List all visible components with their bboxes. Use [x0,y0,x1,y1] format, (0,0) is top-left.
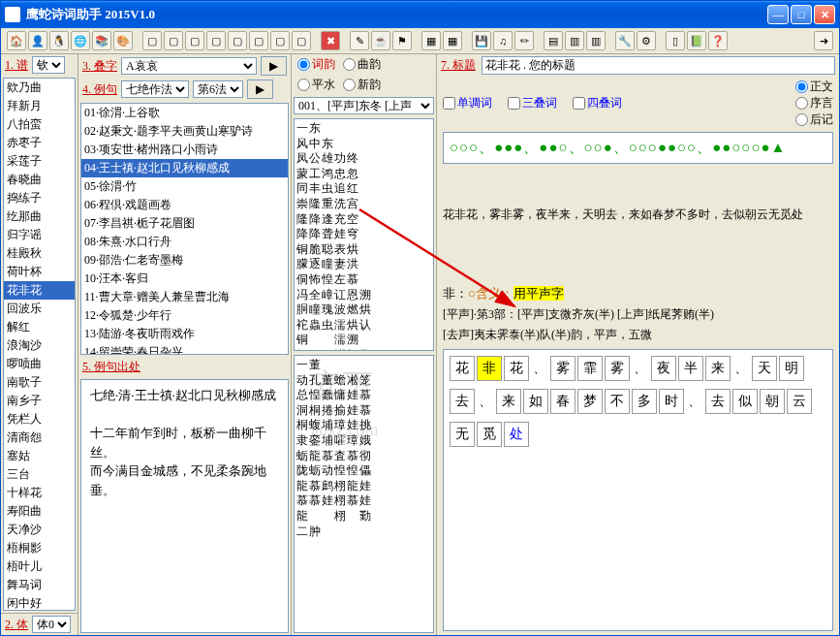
pu-list-item[interactable]: 荷叶杯 [4,263,75,281]
example-list-item[interactable]: 02·赵秉文·题李平夫画黄山寒驴诗 [81,122,288,141]
liju-go-button[interactable]: ▶ [247,80,273,99]
xinyun-radio[interactable]: 新韵 [343,77,381,93]
ti-select[interactable]: 体0 [32,616,71,633]
stop-icon[interactable]: ✖ [321,31,340,50]
qq-icon[interactable]: 🐧 [49,31,69,50]
char-cell[interactable]: 非 [477,356,502,381]
pu-list-item[interactable]: 凭栏人 [4,410,75,429]
example-list[interactable]: 01·徐渭·上谷歌02·赵秉文·题李平夫画黄山寒驴诗03·项安世·楮州路口小雨诗… [80,103,289,355]
pu-select[interactable]: 钦 [32,56,65,74]
pu-list[interactable]: 欸乃曲拜新月八拍蛮赤枣子采莲子春晓曲捣练子纥那曲归字谣桂殿秋荷叶杯花非花回波乐解… [3,78,76,611]
globe-icon[interactable]: 🌐 [71,31,90,50]
minimize-button[interactable]: — [767,5,789,24]
tool-icon[interactable]: ▢ [249,31,268,50]
example-list-item[interactable]: 13·陆游·冬夜听雨戏作 [81,325,288,343]
brush-icon[interactable]: ✎ [350,31,369,50]
quyun-radio[interactable]: 曲韵 [343,56,381,73]
char-cell[interactable]: 夜 [651,356,676,381]
pu-list-item[interactable]: 欸乃曲 [4,79,75,97]
char-cell[interactable]: 霏 [577,356,603,381]
gear-icon[interactable]: ⚙ [637,31,656,50]
char-cell[interactable]: 明 [779,356,804,381]
rhyme-category-select[interactable]: 001、[平声]东冬 [上声 [294,97,434,114]
pu-list-item[interactable]: 归字谣 [4,226,75,244]
section-7-header[interactable]: 7. 标题 [441,57,476,74]
example-list-item[interactable]: 11·曹大章·赠美人兼呈曹北海 [81,288,288,306]
section-1-header[interactable]: 1. 谱 [5,57,28,74]
char-block-2[interactable]: 一董动孔董蟾凇笼总惶蠢慵娃慕洞桐捲揄娃慕桐蝮埔璋娃挑隶銮埔嚯璋娥蛎龍慕査慕彻陇蛎… [294,355,434,633]
page-icon[interactable]: ▯ [666,31,685,50]
pu-list-item[interactable]: 纥那曲 [4,207,75,226]
pu-list-item[interactable]: 塞姑 [4,447,75,465]
pu-list-item[interactable]: 天净沙 [4,521,75,539]
char-cell[interactable]: 如 [523,389,548,414]
wrench-icon[interactable]: 🔧 [615,31,635,50]
pu-list-item[interactable]: 赤枣子 [4,134,75,152]
char-cell[interactable]: 春 [550,389,576,414]
example-list-item[interactable]: 05·徐渭·竹 [81,177,288,196]
char-block-1[interactable]: 一东风中东凤公雄功终蒙工鸿忠忽同丰虫追红崇隆重洗宫隆降逢充空降降聋娃穹铜脆聪表烘… [294,118,434,351]
diezi-go-button[interactable]: ▶ [261,56,287,76]
section-4-header[interactable]: 4. 例句 [82,81,117,98]
char-cell[interactable]: 云 [787,389,812,414]
san-checkbox[interactable]: 三叠词 [508,95,557,111]
pu-list-item[interactable]: 桂殿秋 [4,244,75,263]
help-icon[interactable]: ❓ [708,31,728,50]
example-list-item[interactable]: 12·令狐楚·少年行 [81,306,288,325]
houji-radio[interactable]: 后记 [795,111,833,128]
pu-list-item[interactable]: 三台 [4,465,75,484]
example-list-item[interactable]: 10·汪本·客归 [81,270,288,288]
pu-list-item[interactable]: 解红 [4,318,75,336]
char-cell[interactable]: 雾 [550,356,576,381]
char-cell[interactable]: 似 [732,389,758,414]
pu-list-item[interactable]: 十样花 [4,484,75,502]
char-cell[interactable]: 来 [496,389,521,414]
tool-icon[interactable]: ▢ [270,31,290,50]
char-cell[interactable]: 来 [705,356,731,381]
char-grid[interactable]: 花非花、雾霏雾、夜半来、天明去、来如春梦不多时、去似朝云无觅处 [443,349,833,631]
palette-icon[interactable]: 🎨 [113,31,133,50]
example-list-item[interactable]: 06·程倶·戏题画卷 [81,196,288,214]
pu-list-item[interactable]: 梧叶儿 [4,557,75,576]
tool-icon[interactable]: ▢ [164,31,183,50]
diezi-select[interactable]: A哀哀 [121,57,257,75]
pu-list-item[interactable]: 舞马词 [4,576,75,594]
char-cell[interactable]: 天 [752,356,777,381]
pu-list-item[interactable]: 捣练子 [4,189,75,207]
tool-icon[interactable]: ▢ [185,31,204,50]
flag-icon[interactable]: ⚑ [392,31,412,50]
char-cell[interactable]: 去 [450,389,475,414]
ciyun-radio[interactable]: 词韵 [297,56,335,73]
cup-icon[interactable]: ☕ [371,31,390,50]
books-icon[interactable]: 📚 [92,31,111,50]
pu-list-item[interactable]: 花非花 [4,281,75,300]
user-icon[interactable]: 👤 [28,31,47,50]
exit-icon[interactable]: ➜ [814,31,833,50]
char-cell[interactable]: 无 [450,422,475,447]
tool-icon[interactable]: ▢ [292,31,311,50]
pu-list-item[interactable]: 啰唝曲 [4,355,75,373]
example-list-item[interactable]: 14·留崇荣·春日杂兴 [81,343,288,355]
pu-list-item[interactable]: 寿阳曲 [4,502,75,521]
pu-list-item[interactable]: 南乡子 [4,392,75,410]
si-checkbox[interactable]: 四叠词 [573,95,622,111]
pingshui-radio[interactable]: 平水 [297,77,335,93]
edit-icon[interactable]: ✏ [514,31,534,50]
char-cell[interactable]: 觅 [477,422,502,447]
book-icon[interactable]: 📗 [687,31,706,50]
example-list-item[interactable]: 09·邵浩·仁老寄墨梅 [81,251,288,270]
zhengwen-radio[interactable]: 正文 [795,79,833,95]
pu-list-item[interactable]: 拜新月 [4,97,75,115]
char-cell[interactable]: 多 [632,389,657,414]
music-icon[interactable]: ♫ [493,31,513,50]
section-2-header[interactable]: 2. 体 [5,617,28,633]
char-cell[interactable]: 处 [504,422,529,447]
section-5-header[interactable]: 5. 例句出处 [82,359,140,375]
example-list-item[interactable]: 08·朱熹·水口行舟 [81,233,288,251]
doc-icon[interactable]: ▦ [443,31,462,50]
chart-icon[interactable]: ▤ [544,31,563,50]
pu-list-item[interactable]: 春晓曲 [4,171,75,189]
example-list-item[interactable]: 04·王士禛·赵北口见秋柳感成 [81,159,288,177]
dan-checkbox[interactable]: 单调词 [443,95,492,111]
pu-list-item[interactable]: 闲中好 [4,594,75,611]
